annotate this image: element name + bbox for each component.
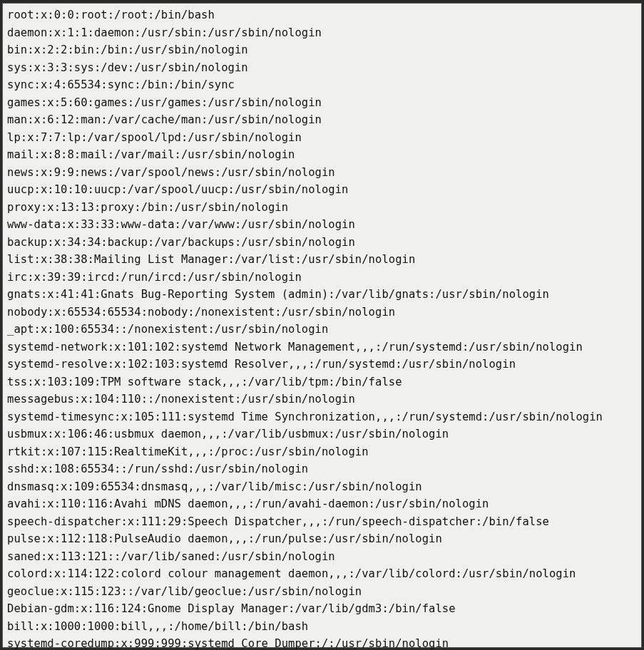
passwd-line: colord:x:114:122:colord colour managemen… [7,565,637,583]
passwd-line: bill:x:1000:1000:bill,,,:/home/bill:/bin… [7,618,637,636]
passwd-line: bin:x:2:2:bin:/bin:/usr/sbin/nologin [7,41,637,59]
passwd-line: systemd-coredump:x:999:999:systemd Core … [7,635,637,650]
passwd-line: systemd-timesync:x:105:111:systemd Time … [7,408,637,426]
passwd-line: mail:x:8:8:mail:/var/mail:/usr/sbin/nolo… [7,146,637,164]
passwd-line: rtkit:x:107:115:RealtimeKit,,,:/proc:/us… [7,443,637,461]
passwd-line: Debian-gdm:x:116:124:Gnome Display Manag… [7,600,637,618]
passwd-line: dnsmasq:x:109:65534:dnsmasq,,,:/var/lib/… [7,478,637,496]
passwd-line: daemon:x:1:1:daemon:/usr/sbin:/usr/sbin/… [7,24,637,42]
file-content[interactable]: root:x:0:0:root:/root:/bin/bashdaemon:x:… [7,6,637,650]
passwd-line: list:x:38:38:Mailing List Manager:/var/l… [7,251,637,269]
passwd-line: lp:x:7:7:lp:/var/spool/lpd:/usr/sbin/nol… [7,129,637,147]
passwd-line: geoclue:x:115:123::/var/lib/geoclue:/usr… [7,583,637,601]
passwd-line: gnats:x:41:41:Gnats Bug-Reporting System… [7,286,637,304]
passwd-line: tss:x:103:109:TPM software stack,,,:/var… [7,373,637,391]
passwd-line: www-data:x:33:33:www-data:/var/www:/usr/… [7,216,637,234]
passwd-line: systemd-resolve:x:102:103:systemd Resolv… [7,356,637,373]
passwd-line: messagebus:x:104:110::/nonexistent:/usr/… [7,391,637,408]
passwd-line: games:x:5:60:games:/usr/games:/usr/sbin/… [7,94,637,112]
passwd-line: pulse:x:112:118:PulseAudio daemon,,,:/ru… [7,530,637,548]
passwd-line: sync:x:4:65534:sync:/bin:/bin/sync [7,76,637,94]
passwd-line: irc:x:39:39:ircd:/run/ircd:/usr/sbin/nol… [7,269,637,287]
passwd-line: nobody:x:65534:65534:nobody:/nonexistent… [7,304,637,321]
passwd-line: usbmux:x:106:46:usbmux daemon,,,:/var/li… [7,425,637,443]
passwd-line: _apt:x:100:65534::/nonexistent:/usr/sbin… [7,321,637,339]
passwd-line: uucp:x:10:10:uucp:/var/spool/uucp:/usr/s… [7,181,637,199]
passwd-line: systemd-network:x:101:102:systemd Networ… [7,339,637,356]
passwd-line: backup:x:34:34:backup:/var/backups:/usr/… [7,234,637,252]
passwd-line: saned:x:113:121::/var/lib/saned:/usr/sbi… [7,548,637,566]
passwd-line: speech-dispatcher:x:111:29:Speech Dispat… [7,513,637,531]
passwd-line: root:x:0:0:root:/root:/bin/bash [7,6,637,24]
passwd-line: avahi:x:110:116:Avahi mDNS daemon,,,:/ru… [7,495,637,513]
passwd-line: sshd:x:108:65534::/run/sshd:/usr/sbin/no… [7,460,637,478]
passwd-line: news:x:9:9:news:/var/spool/news:/usr/sbi… [7,164,637,182]
passwd-line: man:x:6:12:man:/var/cache/man:/usr/sbin/… [7,111,637,129]
passwd-line: proxy:x:13:13:proxy:/bin:/usr/sbin/nolog… [7,199,637,217]
terminal-window[interactable]: root:x:0:0:root:/root:/bin/bashdaemon:x:… [2,3,642,648]
passwd-line: sys:x:3:3:sys:/dev:/usr/sbin/nologin [7,59,637,77]
